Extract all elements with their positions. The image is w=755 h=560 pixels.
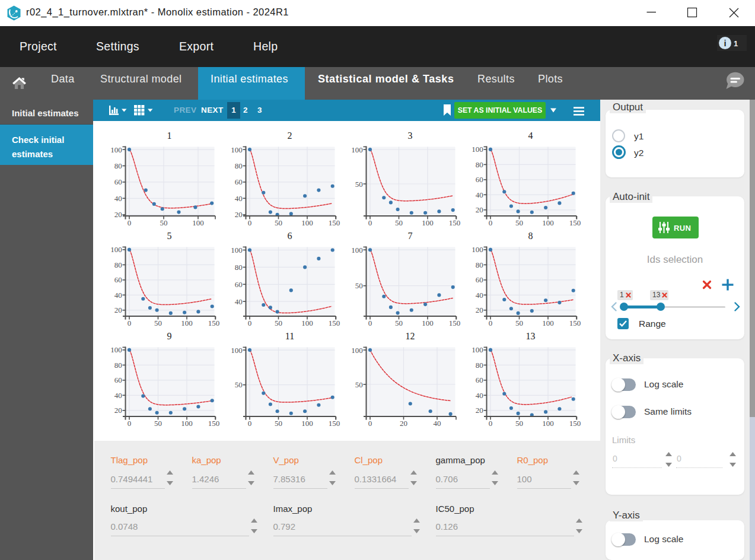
- svg-text:50: 50: [355, 380, 362, 389]
- svg-text:40: 40: [114, 194, 122, 203]
- svg-text:100: 100: [472, 145, 483, 154]
- svg-text:8: 8: [528, 231, 533, 241]
- svg-text:100: 100: [231, 346, 243, 355]
- svg-text:60: 60: [114, 275, 122, 284]
- svg-text:150: 150: [569, 218, 581, 226]
- svg-text:0: 0: [127, 419, 131, 427]
- svg-text:60: 60: [234, 177, 242, 186]
- svg-text:150: 150: [569, 319, 581, 326]
- svg-text:50: 50: [395, 218, 403, 226]
- svg-text:0: 0: [368, 419, 372, 427]
- svg-text:100: 100: [301, 319, 313, 326]
- svg-text:100: 100: [301, 419, 313, 427]
- svg-text:40: 40: [114, 291, 122, 300]
- svg-text:20: 20: [114, 306, 122, 314]
- svg-text:13: 13: [525, 331, 535, 341]
- svg-text:50: 50: [275, 319, 282, 326]
- svg-text:40: 40: [475, 391, 483, 400]
- svg-text:80: 80: [234, 263, 242, 272]
- svg-text:100: 100: [181, 419, 193, 427]
- svg-text:100: 100: [422, 218, 434, 226]
- svg-text:60: 60: [114, 376, 122, 384]
- svg-text:100: 100: [351, 346, 363, 355]
- svg-text:150: 150: [208, 319, 219, 326]
- svg-text:60: 60: [475, 376, 483, 384]
- svg-text:150: 150: [328, 319, 340, 326]
- svg-text:20: 20: [234, 210, 242, 219]
- svg-text:1: 1: [167, 131, 171, 141]
- svg-text:20: 20: [114, 406, 122, 415]
- svg-text:3: 3: [407, 131, 412, 141]
- svg-text:4: 4: [528, 131, 533, 141]
- svg-text:6: 6: [287, 231, 292, 241]
- svg-text:11: 11: [285, 331, 294, 341]
- svg-text:0: 0: [247, 319, 251, 326]
- svg-text:150: 150: [208, 419, 219, 427]
- svg-text:0: 0: [247, 218, 251, 226]
- svg-text:0: 0: [488, 419, 492, 427]
- svg-text:100: 100: [110, 345, 122, 354]
- svg-text:100: 100: [542, 218, 554, 226]
- svg-text:100: 100: [542, 319, 554, 326]
- svg-text:100: 100: [110, 245, 122, 254]
- svg-text:80: 80: [475, 361, 483, 370]
- svg-text:150: 150: [328, 419, 340, 427]
- svg-text:40: 40: [475, 291, 483, 300]
- svg-text:50: 50: [355, 180, 362, 189]
- svg-text:50: 50: [515, 319, 523, 326]
- svg-text:7: 7: [407, 231, 412, 241]
- svg-text:150: 150: [328, 218, 340, 226]
- svg-text:50: 50: [154, 419, 162, 427]
- svg-text:100: 100: [472, 345, 483, 354]
- svg-text:40: 40: [114, 391, 122, 400]
- svg-text:5: 5: [167, 231, 171, 241]
- svg-text:12: 12: [405, 331, 415, 341]
- svg-text:80: 80: [475, 160, 483, 169]
- svg-text:0: 0: [247, 419, 251, 427]
- svg-text:0: 0: [368, 218, 372, 226]
- svg-text:50: 50: [355, 281, 362, 290]
- svg-text:20: 20: [400, 419, 407, 427]
- svg-text:100: 100: [110, 145, 122, 154]
- svg-text:80: 80: [114, 161, 122, 170]
- svg-text:20: 20: [475, 205, 483, 214]
- svg-text:100: 100: [351, 246, 363, 254]
- svg-text:100: 100: [181, 319, 193, 326]
- svg-text:20: 20: [475, 406, 483, 415]
- svg-text:50: 50: [275, 419, 282, 427]
- svg-text:150: 150: [448, 218, 460, 226]
- svg-text:50: 50: [154, 319, 162, 326]
- svg-text:40: 40: [475, 190, 483, 199]
- svg-text:0: 0: [488, 319, 492, 326]
- svg-text:100: 100: [192, 218, 204, 226]
- svg-text:20: 20: [475, 306, 483, 314]
- svg-text:100: 100: [231, 246, 243, 254]
- svg-text:2: 2: [287, 131, 292, 141]
- svg-text:150: 150: [569, 419, 581, 427]
- svg-text:80: 80: [114, 361, 122, 370]
- svg-text:50: 50: [160, 218, 167, 226]
- svg-text:9: 9: [167, 331, 171, 341]
- svg-text:0: 0: [488, 218, 492, 226]
- svg-text:100: 100: [472, 245, 483, 254]
- svg-text:60: 60: [234, 280, 242, 289]
- svg-text:100: 100: [231, 145, 243, 154]
- svg-text:80: 80: [234, 161, 242, 170]
- svg-text:0: 0: [127, 319, 131, 326]
- svg-text:50: 50: [515, 218, 523, 226]
- svg-text:60: 60: [114, 177, 122, 186]
- svg-text:50: 50: [395, 319, 403, 326]
- svg-text:50: 50: [515, 419, 523, 427]
- svg-text:100: 100: [422, 319, 434, 326]
- svg-text:100: 100: [301, 218, 313, 226]
- svg-text:40: 40: [234, 194, 242, 203]
- svg-text:60: 60: [475, 275, 483, 284]
- svg-text:40: 40: [234, 297, 242, 306]
- svg-text:50: 50: [234, 380, 242, 389]
- svg-text:0: 0: [368, 319, 372, 326]
- svg-text:50: 50: [275, 218, 282, 226]
- svg-text:100: 100: [542, 419, 554, 427]
- svg-text:40: 40: [433, 419, 441, 427]
- svg-text:60: 60: [475, 175, 483, 184]
- svg-text:20: 20: [114, 210, 122, 219]
